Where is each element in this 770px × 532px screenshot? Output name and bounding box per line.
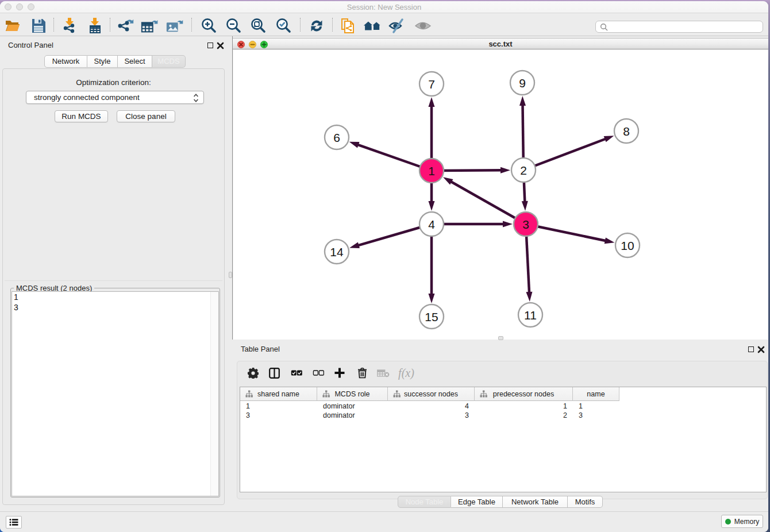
graph-edge-arrowhead (522, 201, 528, 211)
table-cell[interactable]: 3 (388, 411, 475, 420)
column-layout-icon[interactable] (268, 366, 280, 380)
search-input[interactable] (608, 23, 763, 31)
mac-titlebar: Session: New Session (0, 1, 768, 13)
graph-node-label: 7 (428, 78, 435, 91)
hide-panels-icon[interactable] (388, 17, 406, 34)
export-table-icon[interactable] (141, 17, 159, 34)
zoom-in-icon[interactable] (199, 17, 218, 34)
main-area: Control Panel Network Style Select MCDS … (0, 36, 768, 511)
first-neighbors-icon[interactable] (363, 17, 382, 34)
hierarchy-icon (245, 390, 253, 399)
table-panel-title: Table Panel (241, 345, 280, 353)
horizontal-splitter-handle[interactable] (498, 336, 503, 340)
zoom-fit-icon[interactable] (249, 17, 267, 34)
table-cell[interactable]: 2 (475, 411, 573, 420)
graph-node-label: 6 (333, 131, 340, 144)
graph-node-label: 11 (524, 309, 537, 322)
table-cell[interactable]: dominator (317, 411, 388, 420)
desktop: Session: New Session (0, 0, 770, 532)
graph-edge-arrowhead (500, 167, 510, 174)
column-header-predecessor-nodes[interactable]: predecessor nodes (475, 387, 573, 401)
tab-network-table[interactable]: Network Table (503, 496, 568, 508)
right-pane: scc.txt 7968124314101511 Table Panel (232, 36, 768, 511)
memory-button[interactable]: Memory (721, 515, 763, 528)
tab-node-table[interactable]: Node Table (398, 496, 451, 508)
refresh-icon[interactable] (307, 17, 326, 34)
close-panel-icon[interactable] (217, 42, 224, 49)
toolbar-separator (53, 18, 54, 32)
graph-node-label: 8 (623, 125, 630, 138)
close-panel-button[interactable]: Close panel (117, 110, 175, 122)
mcds-result-list[interactable]: 1 3 (11, 291, 219, 496)
gear-icon[interactable] (247, 366, 259, 380)
zoom-out-icon[interactable] (224, 17, 242, 34)
hierarchy-icon (322, 390, 330, 399)
delete-table-icon[interactable] (377, 366, 390, 380)
table-container: f(x) shared nameMCDS rolesuccessor nodes… (237, 361, 768, 499)
network-frame-titlebar[interactable]: scc.txt (233, 38, 768, 49)
import-table-icon[interactable] (86, 17, 104, 34)
graph-edge-2-8[interactable] (523, 138, 606, 170)
network-frame: scc.txt 7968124314101511 (232, 36, 768, 340)
vertical-splitter-handle[interactable] (229, 272, 232, 278)
network-canvas[interactable]: 7968124314101511 (233, 50, 768, 340)
float-panel-icon[interactable] (207, 43, 213, 48)
tab-mcds[interactable]: MCDS (152, 55, 186, 68)
graph-edge-arrowhead (526, 292, 532, 302)
table-cell[interactable]: 4 (388, 402, 475, 411)
table-cell[interactable]: 1 (475, 402, 573, 411)
show-panels-icon[interactable] (414, 17, 432, 34)
save-session-icon[interactable] (29, 17, 48, 34)
tab-network[interactable]: Network (44, 55, 87, 68)
table-header: shared nameMCDS rolesuccessor nodesprede… (240, 387, 619, 401)
memory-label: Memory (734, 518, 759, 526)
table-row-1[interactable]: 3dominator323 (240, 411, 619, 420)
toolbar-separator (191, 18, 192, 32)
task-list-icon (9, 518, 18, 526)
search-field[interactable] (595, 21, 763, 33)
graph-edge-3-1[interactable] (451, 182, 526, 224)
tab-style[interactable]: Style (87, 55, 118, 68)
table-cell[interactable]: 1 (573, 402, 619, 411)
search-icon (600, 23, 608, 31)
delete-icon[interactable] (356, 366, 368, 380)
optimization-criterion-select[interactable]: strongly connected component (26, 91, 204, 104)
column-header-name[interactable]: name (573, 387, 619, 401)
task-history-button[interactable] (6, 516, 22, 529)
table-row-0[interactable]: 1dominator411 (240, 402, 619, 411)
result-line: 3 (12, 302, 218, 313)
table-cell[interactable]: dominator (317, 402, 388, 411)
tab-select[interactable]: Select (118, 55, 152, 68)
table-cell[interactable]: 1 (240, 402, 317, 411)
control-panel-tabs: Network Style Select MCDS (44, 55, 186, 68)
tab-edge-table[interactable]: Edge Table (451, 496, 503, 508)
graph-node-label: 9 (519, 76, 526, 90)
open-session-icon[interactable] (3, 17, 22, 34)
table-cell[interactable]: 3 (240, 411, 317, 420)
table-cell[interactable]: 3 (573, 411, 619, 420)
table-panel: Table Panel (232, 340, 768, 511)
control-panel: Control Panel Network Style Select MCDS … (0, 36, 227, 511)
zoom-selected-icon[interactable] (274, 17, 292, 34)
tab-motifs[interactable]: Motifs (568, 496, 603, 508)
graph-edge-arrowhead (429, 201, 435, 211)
column-header-shared-name[interactable]: shared name (240, 387, 317, 401)
export-image-icon[interactable] (165, 17, 184, 34)
unselect-all-icon[interactable] (312, 366, 325, 380)
function-builder-icon: f(x) (398, 366, 415, 380)
import-network-icon[interactable] (60, 17, 79, 34)
add-icon[interactable] (333, 366, 346, 380)
column-header-MCDS-role[interactable]: MCDS role (317, 387, 388, 401)
column-header-successor-nodes[interactable]: successor nodes (388, 387, 475, 401)
table-tabs: Node Table Edge Table Network Table Moti… (398, 496, 603, 508)
result-scrollbar[interactable] (210, 292, 218, 496)
mcds-result-group: MCDS result (2 nodes) 1 3 (10, 288, 220, 498)
run-mcds-button[interactable]: Run MCDS (55, 110, 108, 122)
graph-edge-arrowhead (604, 136, 614, 142)
clone-network-icon[interactable] (339, 17, 357, 34)
select-all-icon[interactable] (290, 366, 303, 380)
table-close-icon[interactable] (757, 346, 765, 353)
export-network-icon[interactable] (117, 17, 135, 34)
graph-node-label: 4 (428, 218, 435, 231)
table-float-icon[interactable] (748, 346, 754, 352)
